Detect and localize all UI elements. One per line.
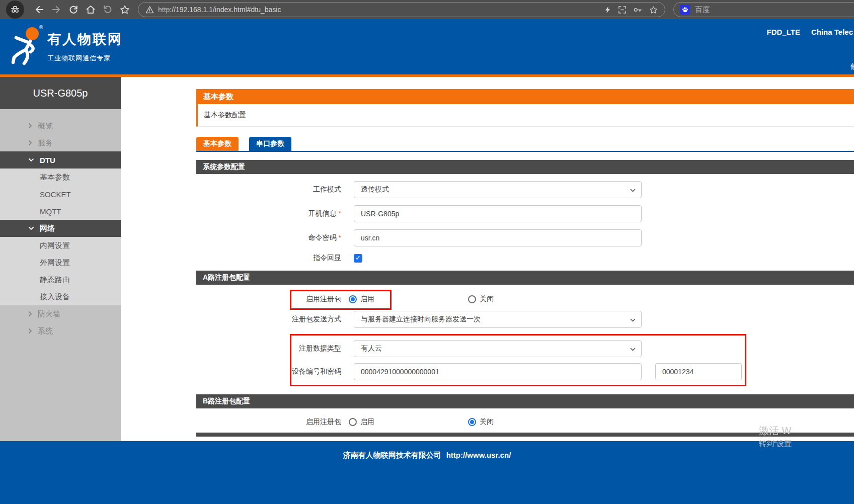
device-id-label: 设备编号和密码 bbox=[196, 367, 341, 376]
row-send-mode: 注册包发送方式 与服务器建立连接时向服务器发送一次 bbox=[196, 311, 854, 328]
cmd-password-input[interactable] bbox=[354, 229, 642, 246]
url-rest: ://192.168.1.1/index.html#dtu_basic bbox=[170, 6, 281, 14]
network-type-label: FDD_LTE bbox=[767, 28, 800, 36]
address-bar[interactable]: http://192.168.1.1/index.html#dtu_basic bbox=[138, 2, 665, 17]
row-enable-reg-b: 启用注册包 启用 关闭 bbox=[196, 417, 854, 427]
not-secure-warning-icon[interactable] bbox=[145, 6, 154, 14]
radio-enable-a-on[interactable]: 启用 bbox=[349, 295, 374, 304]
sidebar-item-socket[interactable]: SOCKET bbox=[0, 186, 121, 203]
work-mode-select[interactable]: 透传模式 bbox=[354, 181, 642, 198]
main-content: 基本参数 基本参数配置 基本参数 串口参数 系统参数配置 工作模式 透传模式 开… bbox=[121, 77, 854, 441]
key-icon[interactable] bbox=[633, 6, 643, 14]
device-password-input[interactable] bbox=[655, 363, 742, 380]
radio-icon bbox=[468, 418, 476, 426]
highlighted-group: 注册数据类型 有人云 设备编号和密码 bbox=[196, 334, 854, 386]
bookmark-star-icon[interactable] bbox=[120, 5, 130, 15]
radio-icon bbox=[349, 295, 357, 303]
boot-info-label: 开机信息* bbox=[196, 209, 341, 218]
brand-title: 有人物联网 bbox=[47, 30, 123, 48]
page-footer: 济南有人物联网技术有限公司 http://www.usr.cn/ bbox=[0, 441, 854, 504]
data-type-select[interactable]: 有人云 bbox=[354, 340, 642, 357]
brand-block: 有人物联网 工业物联网通信专家 bbox=[47, 30, 123, 63]
search-engine-label: 百度 bbox=[695, 5, 710, 15]
row-enable-reg-a: 启用注册包 启用 关闭 bbox=[196, 295, 854, 304]
chevron-right-icon bbox=[28, 140, 32, 146]
radio-enable-a-off[interactable]: 关闭 bbox=[468, 295, 494, 304]
sidebar-item-network[interactable]: 网络 bbox=[0, 220, 121, 237]
device-model: USR-G805p bbox=[0, 77, 121, 109]
sidebar-item-lan-settings[interactable]: 内网设置 bbox=[0, 237, 121, 254]
back-icon[interactable] bbox=[34, 5, 44, 15]
section-reg-packet-b: B路注册包配置 bbox=[196, 394, 854, 408]
chevron-down-icon bbox=[630, 318, 636, 322]
row-cmd-echo: 指令回显 bbox=[196, 254, 854, 263]
chevron-right-icon bbox=[28, 328, 32, 334]
radio-icon bbox=[468, 295, 476, 303]
row-device-id: 设备编号和密码 bbox=[196, 363, 854, 380]
sidebar-item-overview[interactable]: 概览 bbox=[0, 117, 121, 134]
chevron-down-icon bbox=[630, 348, 636, 351]
work-mode-label: 工作模式 bbox=[196, 185, 341, 194]
tab-bar: 基本参数 串口参数 bbox=[196, 137, 854, 152]
reload-icon[interactable] bbox=[68, 5, 79, 15]
row-cmd-password: 命令密码* bbox=[196, 229, 854, 246]
undo-icon[interactable] bbox=[103, 5, 113, 15]
data-type-label: 注册数据类型 bbox=[196, 344, 341, 353]
page-subtitle: 基本参数配置 bbox=[196, 104, 854, 127]
sidebar-item-mqtt[interactable]: MQTT bbox=[0, 203, 121, 220]
section-reg-packet-a: A路注册包配置 bbox=[196, 271, 854, 285]
forward-icon[interactable] bbox=[51, 5, 61, 15]
lightning-icon[interactable] bbox=[604, 6, 611, 14]
svg-text:®: ® bbox=[39, 25, 43, 30]
boot-info-input[interactable] bbox=[354, 205, 642, 222]
carrier-label: China Telec bbox=[811, 28, 853, 36]
row-data-type: 注册数据类型 有人云 bbox=[196, 340, 854, 357]
footer-website[interactable]: http://www.usr.cn/ bbox=[446, 451, 511, 504]
device-id-input[interactable] bbox=[354, 363, 642, 380]
send-mode-label: 注册包发送方式 bbox=[196, 315, 341, 324]
modify-password-link[interactable]: 修 bbox=[850, 62, 854, 71]
cmd-echo-checkbox[interactable] bbox=[354, 254, 362, 263]
tab-basic-params[interactable]: 基本参数 bbox=[196, 137, 239, 151]
sidebar: USR-G805p 概览 服务 DTU 基本参数 SOCKET MQTT bbox=[0, 77, 121, 441]
search-box[interactable]: 百度 bbox=[673, 2, 854, 17]
home-icon[interactable] bbox=[86, 5, 96, 15]
footer-company: 济南有人物联网技术有限公司 bbox=[343, 451, 441, 504]
sidebar-item-firewall[interactable]: 防火墙 bbox=[0, 305, 121, 322]
chevron-down-icon bbox=[630, 189, 636, 192]
cmd-echo-label: 指令回显 bbox=[196, 254, 341, 263]
page-title: 基本参数 bbox=[196, 89, 854, 104]
enable-reg-a-label: 启用注册包 bbox=[196, 295, 341, 304]
url-text: http://192.168.1.1/index.html#dtu_basic bbox=[158, 6, 281, 14]
radio-icon bbox=[349, 418, 357, 426]
send-mode-select[interactable]: 与服务器建立连接时向服务器发送一次 bbox=[354, 311, 642, 328]
incognito-badge bbox=[6, 1, 24, 19]
row-work-mode: 工作模式 透传模式 bbox=[196, 181, 854, 198]
sidebar-item-wan-settings[interactable]: 外网设置 bbox=[0, 254, 121, 271]
chevron-right-icon bbox=[28, 311, 32, 317]
sidebar-item-basic-params[interactable]: 基本参数 bbox=[0, 169, 121, 186]
chevron-right-icon bbox=[28, 123, 32, 129]
enable-reg-b-label: 启用注册包 bbox=[196, 417, 341, 427]
scan-frame-icon[interactable] bbox=[618, 6, 627, 14]
chevron-down-icon bbox=[28, 226, 34, 230]
sidebar-item-services[interactable]: 服务 bbox=[0, 134, 121, 151]
baidu-paw-icon bbox=[680, 5, 690, 15]
tab-serial-params[interactable]: 串口参数 bbox=[249, 137, 291, 151]
sidebar-item-system[interactable]: 系统 bbox=[0, 322, 121, 340]
radio-enable-b-on[interactable]: 启用 bbox=[349, 417, 374, 427]
brand-slogan: 工业物联网通信专家 bbox=[47, 54, 123, 63]
clipped-next-section-bar bbox=[196, 433, 854, 437]
cmd-password-label: 命令密码* bbox=[196, 233, 341, 242]
incognito-icon bbox=[10, 4, 21, 15]
sidebar-item-access-devices[interactable]: 接入设备 bbox=[0, 288, 121, 305]
sidebar-item-static-route[interactable]: 静态路由 bbox=[0, 271, 121, 288]
row-boot-info: 开机信息* bbox=[196, 205, 854, 222]
browser-toolbar: http://192.168.1.1/index.html#dtu_basic bbox=[0, 0, 854, 19]
sidebar-item-dtu[interactable]: DTU bbox=[0, 151, 121, 169]
usr-logo-icon: ® bbox=[9, 24, 45, 68]
url-scheme: http bbox=[158, 6, 170, 14]
app-header: ® 有人物联网 工业物联网通信专家 FDD_LTE China Telec 修 bbox=[0, 19, 854, 74]
star-icon[interactable] bbox=[649, 6, 658, 14]
radio-enable-b-off[interactable]: 关闭 bbox=[468, 417, 494, 427]
